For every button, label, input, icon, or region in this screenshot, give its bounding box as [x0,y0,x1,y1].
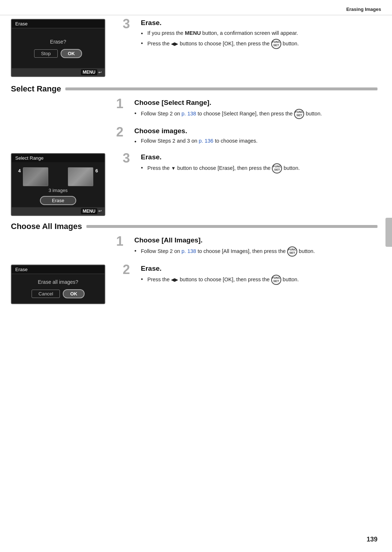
step3-bullet-2: Press the ◀▶ buttons to choose [OK], the… [141,39,377,49]
sr-step3-bullet: Press the ▼ button to choose [Erase], th… [141,163,377,173]
cs-ok-btn: OK [61,49,82,58]
sr-step1-title: Choose [Select Range]. [134,99,377,107]
cs-stop-btn: Stop [34,49,58,58]
func-set-icon-sr1: FUNCSET [294,109,304,119]
erase-all-camera-screen: Erase Erase all images? Cancel OK [11,265,105,304]
cs-body-erase: Erase? Stop OK [12,28,105,68]
sr-menu-label: MENU [81,208,97,214]
ea-screen-title: Erase [15,267,28,272]
func-set-icon-ca1: FUNCSET [287,246,297,257]
sr-num-right: 6 [95,167,98,173]
ca-step1-row: 1 Choose [All Images]. Follow Step 2 on … [116,236,377,258]
sr-step1-link[interactable]: p. 138 [181,111,196,116]
sr-step2-content: Choose images. Follow Steps 2 and 3 on p… [134,127,377,147]
sr-step3-title: Erase. [141,153,377,161]
main-content: Erase Erase? Stop OK MENU ↩ [0,15,392,322]
sr-step1-row: 1 Choose [Select Range]. Follow Step 2 o… [116,99,377,120]
sr-screen-col: Select Range 4 6 3 images [11,153,116,216]
func-set-icon: FUNCSET [271,39,281,49]
sr-step1-number: 1 [116,97,134,110]
erase-screen-col: Erase Erase? Stop OK MENU ↩ [11,19,116,80]
sidebar-tab [385,218,392,247]
ca-step1-number: 1 [116,235,134,248]
erase-camera-screen: Erase Erase? Stop OK MENU ↩ [11,19,105,77]
sr-thumb-left [23,167,48,186]
sr-menu-arrow: ↩ [98,209,102,213]
ca-step2-row: Erase Erase all images? Cancel OK 2 Eras… [11,265,377,304]
sr-step2-bullet: Follow Steps 2 and 3 on p. 136 to choose… [134,137,377,145]
sr-count: 3 images [15,188,102,195]
ca-step1-content: Choose [All Images]. Follow Step 2 on p.… [134,236,377,258]
select-range-steps-1-2: 1 Choose [Select Range]. Follow Step 2 o… [11,99,377,147]
lr-arrow-icon: ◀▶ [171,41,178,46]
func-set-icon-sr3: FUNCSET [272,163,282,173]
cs-question-erase: Erase? [50,39,66,45]
sr-step2-row: 2 Choose images. Follow Steps 2 and 3 on… [116,127,377,147]
erase-step-content: 3 Erase. If you press the MENU button, a… [116,19,377,57]
step3-number: 3 [123,17,141,30]
ca-step1-bullet: Follow Step 2 on p. 138 to choose [All I… [134,246,377,257]
sr-title-bar: Select Range [12,154,105,162]
sr-step3-content: Erase. Press the ▼ button to choose [Era… [141,153,377,175]
ea-ok-btn: OK [63,289,85,298]
ca-step1-title: Choose [All Images]. [134,236,377,244]
ea-cancel-btn: Cancel [32,290,60,298]
sr-camera-screen: Select Range 4 6 3 images [11,153,105,216]
choose-all-title: Choose All Images [11,222,82,231]
sr-step1-bullets: Follow Step 2 on p. 138 to choose [Selec… [134,109,377,119]
sr-step2-number: 2 [116,126,134,139]
ca-lr-arrow-icon: ◀▶ [171,277,178,282]
sr-step1-bullet: Follow Step 2 on p. 138 to choose [Selec… [134,109,377,119]
sr-step3-row: Select Range 4 6 3 images [11,153,377,216]
ca-step1-bullets: Follow Step 2 on p. 138 to choose [All I… [134,246,377,257]
ca-step2-content: Erase. Press the ◀▶ buttons to choose [O… [141,265,377,286]
sr-step2-link[interactable]: p. 136 [199,138,213,144]
cs-menu-bar: MENU ↩ [12,68,105,76]
step3-bullet-1: If you press the MENU button, a confirma… [141,29,377,37]
ca-step2-bullet: Press the ◀▶ buttons to choose [OK], the… [141,275,377,285]
ca-step1-link[interactable]: p. 138 [181,248,196,254]
sr-step3-bullets: Press the ▼ button to choose [Erase], th… [141,163,377,173]
func-set-icon-ca2: FUNCSET [271,275,281,285]
choose-all-header: Choose All Images [11,222,377,231]
sr-image-area: 4 6 3 images Erase [12,162,105,205]
menu-bold: MENU [185,30,201,36]
ea-body: Erase all images? Cancel OK [12,274,105,303]
sr-step3-number: 3 [123,152,141,165]
cs-menu-label: MENU [81,69,97,75]
select-range-line [65,87,377,90]
sr-thumb-right [68,167,93,186]
cs-buttons-erase: Stop OK [15,49,101,58]
page-header: Erasing Images [0,0,392,15]
choose-all-line [86,225,377,228]
down-arrow-icon: ▼ [171,165,176,171]
sr-step3-step-row: 3 Erase. Press the ▼ button to choose [E… [123,153,377,175]
sr-num-left: 4 [18,167,21,173]
sr-step2-title: Choose images. [134,127,377,135]
sr-step3-content-col: 3 Erase. Press the ▼ button to choose [E… [116,153,377,181]
ca-step2-number: 2 [123,263,141,276]
ca-step2-content-col: 2 Erase. Press the ◀▶ buttons to choose … [116,265,377,293]
sr-image-row: 4 6 [15,164,102,188]
page-number: 139 [367,536,377,543]
step3-bullets: If you press the MENU button, a confirma… [141,29,377,49]
ea-question: Erase all images? [38,279,78,285]
ca-step2-title: Erase. [141,265,377,273]
ca-step2-step-row: 2 Erase. Press the ◀▶ buttons to choose … [123,265,377,286]
sr-step2-bullets: Follow Steps 2 and 3 on p. 136 to choose… [134,137,377,145]
select-range-title: Select Range [11,84,61,94]
sr-menu-bar: MENU ↩ [12,207,105,215]
top-erase-row: Erase Erase? Stop OK MENU ↩ [11,19,377,80]
cs-title-erase: Erase [12,20,105,28]
step3-title: Erase. [141,19,377,27]
ea-title-bar: Erase [12,265,105,274]
menu-return-arrow: ↩ [98,70,102,75]
sr-erase-btn: Erase [40,196,76,205]
select-range-header: Select Range [11,84,377,94]
header-title: Erasing Images [346,7,381,12]
sr-thumb-left-img [23,168,48,186]
ca-step1-area: 1 Choose [All Images]. Follow Step 2 on … [11,236,377,258]
ca-step2-bullets: Press the ◀▶ buttons to choose [OK], the… [141,275,377,285]
ca-screen-col: Erase Erase all images? Cancel OK [11,265,116,304]
sr-thumb-right-img [68,168,93,186]
